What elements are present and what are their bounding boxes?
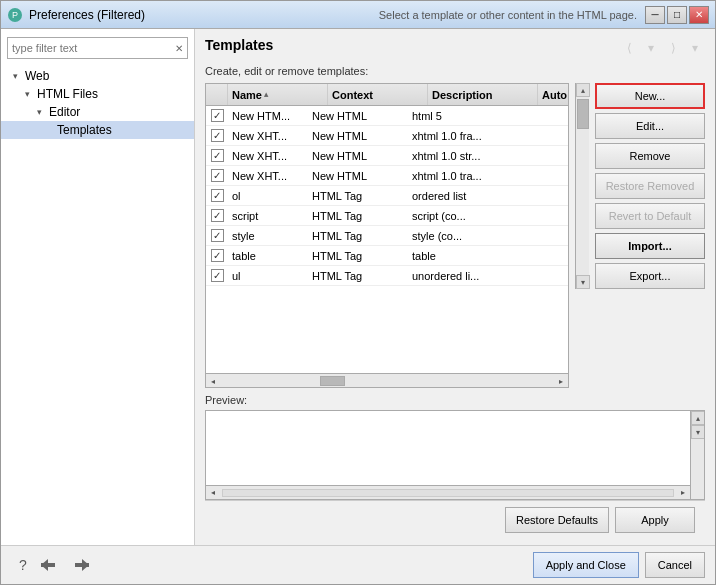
table-row[interactable]: style HTML Tag style (co... xyxy=(206,226,568,246)
sidebar-item-html-files[interactable]: ▾ HTML Files xyxy=(1,85,194,103)
import-button[interactable]: Import... xyxy=(595,233,705,259)
preview-h-scroll-thumb[interactable] xyxy=(222,489,674,497)
forward-icon[interactable] xyxy=(67,554,91,576)
row-name: New XHT... xyxy=(228,129,308,143)
svg-marker-3 xyxy=(41,559,48,571)
v-scroll-thumb[interactable] xyxy=(577,99,589,129)
th-auto[interactable]: Auto xyxy=(538,84,568,105)
th-checkbox xyxy=(206,84,228,105)
row-checkbox[interactable] xyxy=(206,128,228,143)
preview-scroll-up[interactable]: ▴ xyxy=(691,411,705,425)
search-input[interactable] xyxy=(8,42,171,54)
sidebar-label-html-files: HTML Files xyxy=(37,87,98,101)
nav-back-button[interactable]: ⟨ xyxy=(619,39,639,57)
row-checkbox[interactable] xyxy=(206,228,228,243)
row-name: New XHT... xyxy=(228,169,308,183)
main-content: ✕ ▾ Web ▾ HTML Files ▾ Editor Templates xyxy=(1,29,715,545)
h-scroll-thumb[interactable] xyxy=(320,376,345,386)
row-description: xhtml 1.0 tra... xyxy=(408,169,518,183)
bottom-action-bar: Restore Defaults Apply xyxy=(205,500,705,539)
search-clear-icon[interactable]: ✕ xyxy=(171,40,187,56)
row-checkbox[interactable] xyxy=(206,188,228,203)
row-name: New XHT... xyxy=(228,149,308,163)
row-name: script xyxy=(228,209,308,223)
back-icon[interactable] xyxy=(39,554,63,576)
panel-header-row: Templates ⟨ ▾ ⟩ ▾ xyxy=(205,37,705,59)
table-row[interactable]: script HTML Tag script (co... xyxy=(206,206,568,226)
table-row[interactable]: New HTM... New HTML html 5 xyxy=(206,106,568,126)
sidebar-item-editor[interactable]: ▾ Editor xyxy=(1,103,194,121)
revert-to-default-button[interactable]: Revert to Default xyxy=(595,203,705,229)
nav-dropdown-button[interactable]: ▾ xyxy=(641,39,661,57)
row-checkbox[interactable] xyxy=(206,108,228,123)
table-row[interactable]: ul HTML Tag unordered li... xyxy=(206,266,568,286)
nav-forward-dropdown-button[interactable]: ▾ xyxy=(685,39,705,57)
preview-scroll-right[interactable]: ▸ xyxy=(676,486,690,500)
close-button[interactable]: ✕ xyxy=(689,6,709,24)
sidebar-item-web[interactable]: ▾ Web xyxy=(1,67,194,85)
row-checkbox[interactable] xyxy=(206,168,228,183)
checkbox-icon xyxy=(211,269,224,282)
table-wrapper: Name ▴ Context Description Auto xyxy=(205,83,569,388)
maximize-button[interactable]: □ xyxy=(667,6,687,24)
sidebar-label-templates: Templates xyxy=(57,123,112,137)
table-row[interactable]: New XHT... New HTML xhtml 1.0 fra... xyxy=(206,126,568,146)
th-description[interactable]: Description xyxy=(428,84,538,105)
restore-removed-button[interactable]: Restore Removed xyxy=(595,173,705,199)
row-description: xhtml 1.0 str... xyxy=(408,149,518,163)
th-context[interactable]: Context xyxy=(328,84,428,105)
restore-defaults-button[interactable]: Restore Defaults xyxy=(505,507,609,533)
scroll-left-button[interactable]: ◂ xyxy=(206,374,220,388)
scroll-down-button[interactable]: ▾ xyxy=(576,275,590,289)
preview-scroll-left[interactable]: ◂ xyxy=(206,486,220,500)
row-checkbox[interactable] xyxy=(206,208,228,223)
scroll-right-button[interactable]: ▸ xyxy=(554,374,568,388)
row-name: New HTM... xyxy=(228,109,308,123)
preview-section: Preview: ▴ ▾ ◂ ▸ xyxy=(205,394,705,500)
row-description: ordered list xyxy=(408,189,518,203)
tree-arrow-web: ▾ xyxy=(13,71,25,81)
row-context: HTML Tag xyxy=(308,189,408,203)
row-description: unordered li... xyxy=(408,269,518,283)
preview-h-scrollbar: ◂ ▸ xyxy=(206,485,690,499)
minimize-button[interactable]: ─ xyxy=(645,6,665,24)
sidebar-item-templates[interactable]: Templates xyxy=(1,121,194,139)
row-auto xyxy=(518,135,548,137)
row-checkbox[interactable] xyxy=(206,268,228,283)
scroll-up-button[interactable]: ▴ xyxy=(576,83,590,97)
preview-scroll-down[interactable]: ▾ xyxy=(691,425,705,439)
footer: ? Apply and Close Cancel xyxy=(1,545,715,584)
row-context: New HTML xyxy=(308,129,408,143)
new-button[interactable]: New... xyxy=(595,83,705,109)
side-controls: ▴ ▾ New... Edit... Remove Restore Remove… xyxy=(575,83,705,388)
row-context: New HTML xyxy=(308,109,408,123)
checkbox-icon xyxy=(211,109,224,122)
row-name: style xyxy=(228,229,308,243)
nav-arrows: ⟨ ▾ ⟩ ▾ xyxy=(619,39,705,57)
row-description: table xyxy=(408,249,518,263)
table-row[interactable]: table HTML Tag table xyxy=(206,246,568,266)
row-checkbox[interactable] xyxy=(206,248,228,263)
table-row[interactable]: New XHT... New HTML xhtml 1.0 tra... xyxy=(206,166,568,186)
apply-button[interactable]: Apply xyxy=(615,507,695,533)
v-scroll-track xyxy=(576,97,589,275)
export-button[interactable]: Export... xyxy=(595,263,705,289)
row-auto xyxy=(518,215,548,217)
th-name[interactable]: Name ▴ xyxy=(228,84,328,105)
row-name: ul xyxy=(228,269,308,283)
cancel-button[interactable]: Cancel xyxy=(645,552,705,578)
remove-button[interactable]: Remove xyxy=(595,143,705,169)
apply-close-button[interactable]: Apply and Close xyxy=(533,552,639,578)
table-row[interactable]: ol HTML Tag ordered list xyxy=(206,186,568,206)
svg-text:P: P xyxy=(12,10,18,20)
row-auto xyxy=(518,195,548,197)
table-right-area: ▴ ▾ New... Edit... Remove Restore Remove… xyxy=(575,83,705,289)
checkbox-icon xyxy=(211,129,224,142)
table-row[interactable]: New XHT... New HTML xhtml 1.0 str... xyxy=(206,146,568,166)
help-icon[interactable]: ? xyxy=(11,554,35,576)
row-checkbox[interactable] xyxy=(206,148,228,163)
action-buttons: New... Edit... Remove Restore Removed Re… xyxy=(595,83,705,289)
nav-forward-button[interactable]: ⟩ xyxy=(663,39,683,57)
edit-button[interactable]: Edit... xyxy=(595,113,705,139)
row-auto xyxy=(518,275,548,277)
